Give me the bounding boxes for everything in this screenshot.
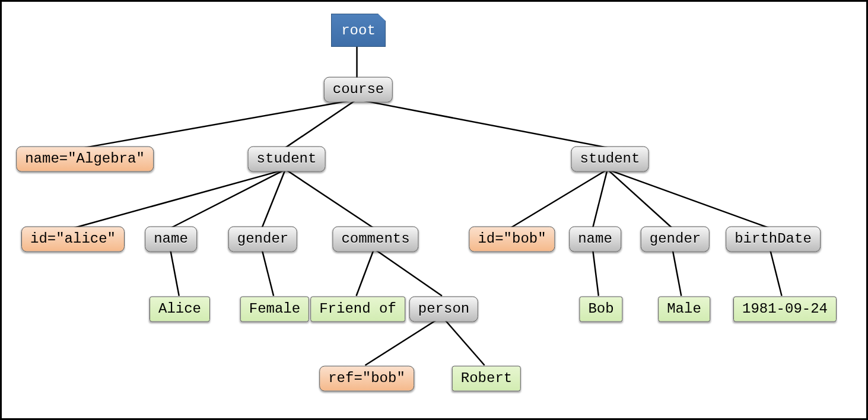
svg-line-17 <box>608 170 770 228</box>
alice-gender-node: gender <box>228 227 297 252</box>
svg-line-16 <box>608 170 673 228</box>
bob-birthdate-node: birthDate <box>726 227 821 252</box>
person-value: Robert <box>452 366 521 392</box>
person-node: person <box>409 297 478 322</box>
student-alice-id-attr: id="alice" <box>21 227 125 252</box>
svg-line-15 <box>593 170 608 228</box>
course-name-attr: name="Algebra" <box>16 147 154 172</box>
bob-gender-value: Male <box>658 297 710 322</box>
student-bob-id-attr: id="bob" <box>469 227 555 252</box>
svg-line-9 <box>262 249 274 295</box>
svg-line-20 <box>770 249 782 295</box>
svg-line-1 <box>84 100 357 148</box>
bob-birthdate-value: 1981-09-24 <box>733 297 837 322</box>
alice-name-value: Alice <box>150 297 210 322</box>
svg-line-11 <box>374 249 442 295</box>
alice-comments-node: comments <box>332 227 418 252</box>
student-alice-node: student <box>248 147 326 172</box>
student-bob-node: student <box>571 147 649 172</box>
svg-line-8 <box>170 249 179 295</box>
svg-line-18 <box>593 249 599 295</box>
alice-gender-value: Female <box>240 297 309 322</box>
bob-name-node: name <box>569 227 621 252</box>
bob-name-value: Bob <box>579 297 622 322</box>
svg-line-14 <box>510 170 607 228</box>
alice-name-node: name <box>145 227 197 252</box>
svg-line-7 <box>285 170 374 228</box>
alice-comments-text: Friend of <box>310 297 405 322</box>
svg-line-19 <box>672 249 681 295</box>
svg-line-4 <box>73 170 286 228</box>
svg-line-13 <box>442 316 485 365</box>
svg-line-3 <box>357 100 608 148</box>
svg-line-2 <box>285 100 357 148</box>
svg-line-6 <box>262 170 285 228</box>
root-node: root <box>331 14 386 47</box>
svg-line-12 <box>365 316 441 365</box>
person-ref-attr: ref="bob" <box>319 366 414 392</box>
bob-gender-node: gender <box>641 227 710 252</box>
svg-line-5 <box>170 170 285 228</box>
svg-line-10 <box>357 249 374 295</box>
edge-layer <box>2 2 866 418</box>
diagram-frame: root course name="Algebra" student id="a… <box>0 0 868 420</box>
course-node: course <box>324 77 393 103</box>
